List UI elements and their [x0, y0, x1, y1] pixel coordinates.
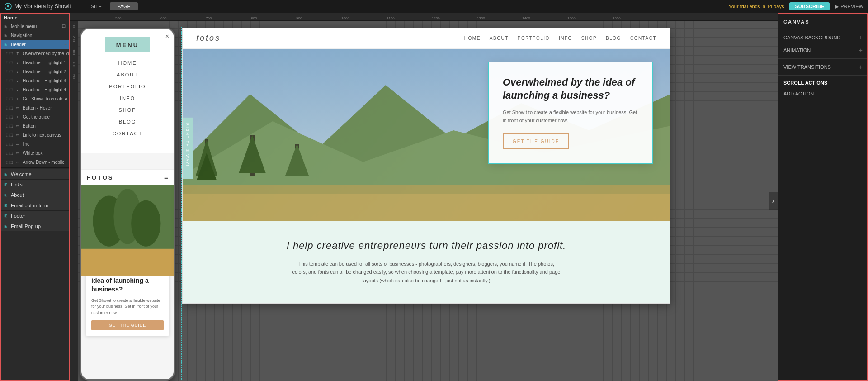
- mobile-preview-panel: × MENU HOME ABOUT PORTFOLIO INFO SHOP BL…: [80, 28, 175, 381]
- sidebar-item-link-next[interactable]: ⬚⬚ ▭ Link to next canvas: [0, 130, 70, 139]
- add-action-item[interactable]: ADD ACTION: [778, 88, 868, 99]
- slash-icon: /: [14, 59, 21, 66]
- icons12: ⬚⬚: [6, 159, 13, 165]
- sidebar-item-footer[interactable]: ⊞ Footer: [0, 210, 70, 221]
- mobile-hamburger-icon[interactable]: ≡: [164, 173, 168, 181]
- desktop-sidebar-tab[interactable]: → RIGHT THIS WAY!: [183, 118, 193, 179]
- slash-icon3: /: [14, 77, 21, 84]
- sidebar-item-hl1[interactable]: ⬚⬚ / Headline - Highlight-1: [0, 58, 70, 67]
- ruler-mark: 1300: [477, 16, 485, 20]
- scroll-actions-label: SCROLL ACTIONS: [783, 80, 827, 86]
- sidebar-item-white-box[interactable]: ⬚⬚ ▭ White box: [0, 148, 70, 157]
- tab-page[interactable]: PAGE: [110, 2, 138, 10]
- sidebar-item-links[interactable]: ⊞ Links: [0, 179, 70, 190]
- tab-site[interactable]: SITE: [84, 2, 109, 10]
- desktop-content-box: Overwhelmed by the idea of launching a b…: [489, 62, 652, 163]
- sidebar-item-label: line: [23, 142, 30, 147]
- mobile-icon: ☐: [61, 23, 67, 29]
- grid-icon: ⊞: [3, 23, 9, 29]
- desktop-nav-about[interactable]: ABOUT: [490, 36, 509, 41]
- canvas-bg-plus-icon[interactable]: +: [859, 34, 863, 41]
- ruler-mark: 800: [251, 16, 257, 20]
- canvas-background-item[interactable]: CANVAS BACKGROUND +: [778, 31, 868, 44]
- text-icon: T: [14, 50, 21, 57]
- sidebar-item-label: Arrow Down - mobile: [23, 160, 65, 165]
- desktop-nav-home[interactable]: HOME: [464, 36, 481, 41]
- sidebar-item-label: Footer: [11, 213, 25, 219]
- icons4: ⬚⬚: [6, 86, 13, 93]
- sidebar-item-welcome[interactable]: ⊞ Welcome: [0, 169, 70, 179]
- canvas-section-header[interactable]: CANVAS: [778, 16, 868, 27]
- sidebar-tab-text: RIGHT THIS WAY!: [186, 123, 190, 167]
- desktop-preview-panel: fotos HOME ABOUT PORTFOLIO INFO SHOP BLO…: [182, 28, 670, 304]
- sidebar-item-about[interactable]: ⊞ About: [0, 190, 70, 200]
- desktop-mobile-icon: ⬚⬚: [6, 50, 13, 57]
- sidebar-item-label: Headline - Highlight-4: [23, 87, 66, 92]
- canvas-next-arrow[interactable]: ›: [769, 192, 778, 210]
- mobile-nav-shop[interactable]: SHOP: [81, 104, 174, 116]
- icons8: ⬚⬚: [6, 123, 13, 129]
- mobile-nav-info[interactable]: INFO: [81, 92, 174, 104]
- preview-button[interactable]: ▶ PREVIEW: [835, 4, 863, 10]
- desktop-section2-text: This template can be used for all sorts …: [291, 260, 562, 285]
- mobile-cta-button[interactable]: GET THE GUIDE: [91, 320, 164, 330]
- view-transitions-item[interactable]: VIEW TRANSITIONS +: [778, 61, 868, 73]
- sidebar-item-button-hover[interactable]: ⬚⬚ ▭ Button - Hover: [0, 103, 70, 112]
- sidebar-item-hl2[interactable]: ⬚⬚ / Headline - Highlight-2: [0, 67, 70, 76]
- sidebar-item-navigation[interactable]: ⊞ Navigation: [0, 31, 70, 40]
- topbar-right: Your trial ends in 14 days SUBSCRIBE ▶ P…: [728, 2, 863, 10]
- desktop-nav-contact[interactable]: CONTACT: [630, 36, 656, 41]
- main-layout: Home ⊞ Mobile menu ☐ ⊞ Navigation ⊞ Head…: [0, 13, 868, 381]
- sidebar-item-label: Button: [23, 124, 36, 129]
- icons10: ⬚⬚: [6, 141, 13, 147]
- grid-icon-e: ⊞: [3, 202, 9, 209]
- desktop-nav-shop[interactable]: SHOP: [581, 36, 597, 41]
- sidebar-item-arrow-down[interactable]: ⬚⬚ ▭ Arrow Down - mobile: [0, 157, 70, 167]
- animation-plus-icon[interactable]: +: [859, 47, 863, 54]
- rect-icon2: ▭: [14, 123, 21, 129]
- mobile-close-button[interactable]: ×: [165, 33, 169, 40]
- desktop-nav-blog[interactable]: BLOG: [606, 36, 621, 41]
- sidebar-item-label: Welcome: [11, 171, 32, 177]
- mobile-nav-contact[interactable]: CONTACT: [81, 128, 174, 139]
- sidebar-item-label: Mobile menu: [11, 24, 37, 29]
- scroll-actions-item[interactable]: SCROLL ACTIONS: [778, 77, 868, 88]
- icons11: ⬚⬚: [6, 150, 13, 156]
- desktop-nav-portfolio[interactable]: PORTFOLIO: [518, 36, 550, 41]
- sidebar-item-hl3[interactable]: ⬚⬚ / Headline - Highlight-3: [0, 76, 70, 85]
- sidebar-item-email-popup[interactable]: ⊞ Email Pop-up: [0, 221, 70, 231]
- mobile-brand: FOTOS: [87, 174, 114, 181]
- sidebar-item-get-showit[interactable]: ⬚⬚ T Get Showit to create a...: [0, 94, 70, 103]
- icons5: ⬚⬚: [6, 95, 13, 102]
- sidebar-item-label: Get Showit to create a...: [23, 96, 70, 101]
- view-transitions-plus-icon[interactable]: +: [859, 63, 863, 71]
- sidebar-item-line[interactable]: ⬚⬚ — line: [0, 139, 70, 148]
- mobile-nav-portfolio[interactable]: PORTFOLIO: [81, 81, 174, 92]
- sidebar-item-email-opt-in[interactable]: ⊞ Email opt-in form: [0, 200, 70, 210]
- sidebar-item-header[interactable]: ⊞ Header ···: [0, 40, 70, 49]
- sidebar-item-hl4[interactable]: ⬚⬚ / Headline - Highlight-4: [0, 85, 70, 94]
- sidebar-item-button[interactable]: ⬚⬚ ▭ Button: [0, 121, 70, 130]
- mobile-nav-home[interactable]: HOME: [81, 57, 174, 69]
- mobile-nav-blog[interactable]: BLOG: [81, 116, 174, 128]
- ruler-left: 100 200 300 400 500: [70, 21, 78, 381]
- animation-item[interactable]: ANIMATION +: [778, 44, 868, 57]
- ruler-v-mark: 200: [72, 36, 76, 42]
- ruler-marks: 500 600 700 800 900 1000 1100 1200 1300 …: [70, 13, 778, 20]
- view-transitions-label: VIEW TRANSITIONS: [783, 64, 831, 70]
- sidebar-item-mobile-menu[interactable]: ⊞ Mobile menu ☐: [0, 22, 70, 31]
- desktop-nav-info[interactable]: INFO: [559, 36, 572, 41]
- desktop-cta-button[interactable]: GET THE GUIDE: [503, 133, 569, 149]
- canvas-area: 500 600 700 800 900 1000 1100 1200 1300 …: [70, 13, 778, 381]
- title-line1: Overwhelmed by the idea of: [503, 76, 635, 88]
- app-logo: My Monstera by Showit: [5, 3, 71, 10]
- mobile-nav-about[interactable]: ABOUT: [81, 69, 174, 81]
- canvas-content[interactable]: 100 200 300 400 500 › × MENU: [70, 21, 778, 381]
- subscribe-button[interactable]: SUBSCRIBE: [789, 2, 830, 10]
- sidebar-item-get-guide[interactable]: ⬚⬚ T Get the guide: [0, 112, 70, 121]
- sidebar-item-overwhelmed[interactable]: ⬚⬚ T Overwhelmed by the id...: [0, 49, 70, 58]
- mobile-hero-image: [81, 185, 174, 276]
- desktop-hero: → RIGHT THIS WAY! Overwhelmed by the ide…: [183, 49, 670, 221]
- chevron-icon: ···: [63, 42, 67, 47]
- line-icon: —: [14, 141, 21, 147]
